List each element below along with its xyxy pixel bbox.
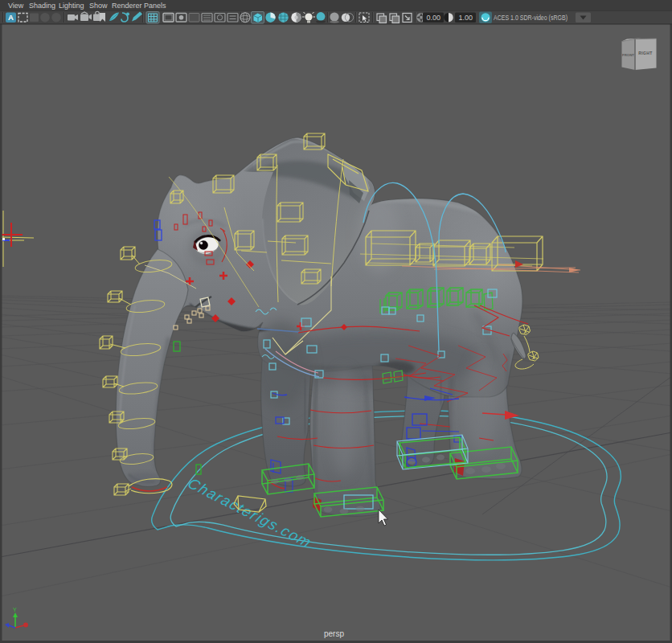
svg-text:RIGHT: RIGHT xyxy=(638,51,653,55)
svg-text:1.00: 1.00 xyxy=(459,14,473,22)
svg-text:Lighting: Lighting xyxy=(59,2,84,10)
svg-text:ACES 1.0 SDR-video (sRGB): ACES 1.0 SDR-video (sRGB) xyxy=(494,14,568,22)
svg-text:Y: Y xyxy=(13,607,17,612)
svg-text:0.00: 0.00 xyxy=(427,14,441,22)
svg-text:persp: persp xyxy=(324,629,344,638)
svg-text:Renderer: Renderer xyxy=(112,2,142,10)
svg-text:A: A xyxy=(8,13,14,22)
svg-text:Panels: Panels xyxy=(144,2,166,10)
svg-text:FRONT: FRONT xyxy=(622,53,634,57)
svg-text:View: View xyxy=(8,2,24,10)
svg-text:Show: Show xyxy=(89,2,108,10)
svg-text:Shading: Shading xyxy=(29,2,55,10)
